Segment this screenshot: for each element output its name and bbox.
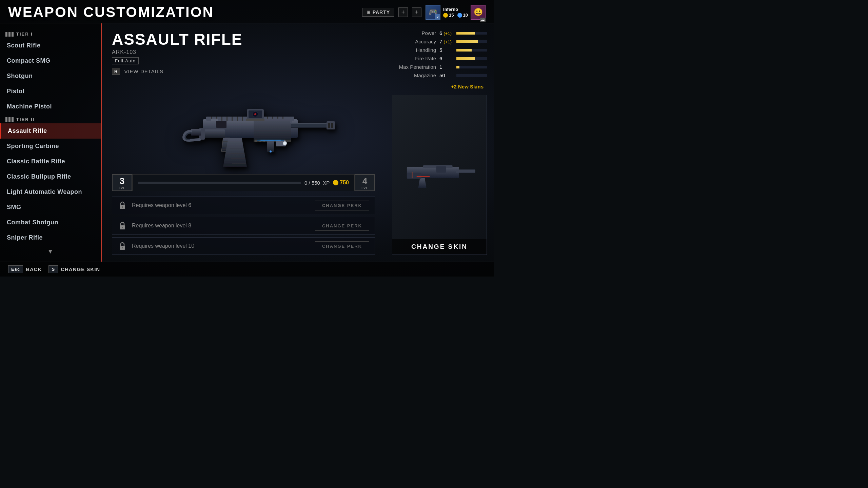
change-skin-label: CHANGE SKIN (392, 239, 487, 255)
change-skin-action[interactable]: S CHANGE SKIN (48, 265, 100, 273)
svg-rect-6 (232, 117, 233, 121)
perk-slot-3: Requires weapon level 10 CHANGE PERK (112, 237, 375, 255)
party-icon: ▣ (367, 10, 371, 15)
skin-label: CHANGE SKIN (61, 266, 100, 272)
power-value: 6 (+1) (439, 30, 453, 36)
sidebar-item-pistol[interactable]: Pistol (0, 84, 101, 99)
tier-2-stripes (5, 117, 14, 122)
stripe-3 (12, 32, 14, 37)
perk-slot-1: Requires weapon level 6 CHANGE PERK (112, 197, 375, 214)
sidebar-item-shotgun[interactable]: Shotgun (0, 68, 101, 84)
lock-icon-1 (118, 201, 127, 210)
power-bar-fill (456, 32, 475, 35)
svg-rect-38 (191, 129, 201, 136)
sidebar: TIER I Scout Rifle Compact SMG Shotgun P… (0, 23, 102, 262)
player-level-1: 7 (435, 14, 440, 20)
accuracy-value: 7 (+1) (439, 39, 453, 44)
tier-1-header: TIER I (0, 29, 101, 38)
weapon-model: ARK-103 (112, 49, 375, 55)
sidebar-item-machine-pistol[interactable]: Machine Pistol (0, 99, 101, 114)
xp-text: 0 / 550 XP (304, 180, 330, 186)
credit-amount: 10 (463, 13, 468, 18)
max-pen-bar-fill (456, 66, 459, 68)
sidebar-scroll-down[interactable]: ▼ (0, 245, 101, 258)
accuracy-stat-row: Accuracy 7 (+1) (392, 39, 487, 44)
change-perk-button-3[interactable]: CHANGE PERK (315, 241, 369, 251)
sidebar-item-classic-battle-rifle[interactable]: Classic Battle Rifle (0, 154, 101, 169)
xp-progress-track (138, 182, 301, 184)
back-key: Esc (8, 265, 23, 273)
power-stat-row: Power 6 (+1) (392, 30, 487, 36)
fire-rate-value: 6 (439, 56, 453, 61)
svg-rect-51 (267, 140, 274, 152)
weapon-fire-mode: Full-Auto (112, 57, 139, 64)
bottom-bar: Esc BACK S CHANGE SKIN (0, 262, 494, 277)
svg-rect-20 (328, 123, 330, 128)
view-details-key: R (112, 68, 120, 75)
tier-2-label: TIER II (16, 117, 35, 122)
top-bar: WEAPON CUSTOMIZATION ▣ PARTY + + 🎮 7 Inf… (0, 0, 494, 23)
fire-rate-bar (456, 57, 487, 60)
sidebar-item-compact-smg[interactable]: Compact SMG (0, 53, 101, 68)
svg-rect-24 (255, 140, 257, 142)
party-button[interactable]: ▣ PARTY (362, 8, 394, 17)
lock-icon-2 (118, 221, 127, 230)
current-level: 3 (120, 176, 124, 186)
skin-key: S (48, 265, 58, 273)
xp-bar-wrapper: 0 / 550 XP 750 (132, 174, 355, 191)
svg-rect-22 (254, 119, 291, 141)
sidebar-item-combat-shotgun[interactable]: Combat Shotgun (0, 215, 101, 230)
handling-bar-fill (456, 49, 472, 52)
skin-preview-svg (397, 103, 482, 247)
svg-rect-4 (221, 117, 222, 121)
sidebar-item-sporting-carbine[interactable]: Sporting Carbine (0, 139, 101, 154)
fire-rate-label: Fire Rate (392, 56, 436, 61)
magazine-value: 50 (439, 73, 453, 78)
stats-panel: Power 6 (+1) Accuracy 7 (+1) (385, 23, 494, 262)
accuracy-label: Accuracy (392, 39, 436, 44)
power-bar (456, 32, 487, 35)
tier-1-stripes (5, 32, 14, 37)
change-perk-button-2[interactable]: CHANGE PERK (315, 221, 369, 231)
back-action[interactable]: Esc BACK (8, 265, 42, 273)
player-avatar-1: 🎮 7 (426, 5, 440, 20)
sidebar-item-smg[interactable]: SMG (0, 200, 101, 215)
svg-point-65 (122, 247, 123, 248)
add-player-button-1[interactable]: + (398, 7, 408, 17)
magazine-stat-row: Magazine 50 (392, 73, 487, 78)
svg-rect-19 (327, 121, 335, 129)
next-lvl-label: LVL (361, 186, 368, 190)
xp-current: 0 (304, 180, 307, 186)
max-pen-bar (456, 66, 487, 68)
weapon-name: Assault Rifle (112, 30, 375, 48)
sidebar-item-classic-bullpup-rifle[interactable]: Classic Bullpup Rifle (0, 169, 101, 184)
lvl-label: LVL (119, 186, 125, 190)
add-player-button-2[interactable]: + (412, 7, 421, 17)
perk-label-3: Requires weapon level 10 (132, 243, 310, 249)
svg-rect-36 (203, 129, 225, 138)
stripe-2 (8, 32, 11, 37)
svg-rect-56 (290, 119, 292, 123)
svg-rect-7 (237, 117, 238, 121)
sidebar-item-assault-rifle[interactable]: Assault Rifle (0, 123, 101, 139)
max-pen-stat-row: Max Penetration 1 (392, 64, 487, 70)
sidebar-item-sniper-rifle[interactable]: Sniper Rifle (0, 230, 101, 245)
svg-point-55 (283, 142, 286, 145)
accuracy-bar-fill (456, 40, 478, 43)
sidebar-item-light-automatic-weapon[interactable]: Light Automatic Weapon (0, 184, 101, 200)
player-name-info: Inferno 15 10 (443, 7, 468, 18)
credit-icon (457, 13, 462, 18)
view-details-row[interactable]: R VIEW DETAILS (112, 68, 375, 75)
player-level-2: 12 (480, 18, 486, 22)
new-skins-badge[interactable]: +2 New Skins (392, 84, 487, 89)
accuracy-bar (456, 40, 487, 43)
next-level-badge: 4 LVL (355, 174, 375, 191)
perk-label-2: Requires weapon level 8 (132, 223, 310, 229)
content-area: TIER I Scout Rifle Compact SMG Shotgun P… (0, 23, 494, 262)
change-skin-card[interactable]: CHANGE SKIN (392, 95, 487, 255)
weapon-svg (145, 79, 342, 174)
svg-rect-70 (436, 166, 446, 172)
gold-currency: 15 (443, 13, 454, 18)
sidebar-item-scout-rifle[interactable]: Scout Rifle (0, 38, 101, 53)
change-perk-button-1[interactable]: CHANGE PERK (315, 201, 369, 210)
